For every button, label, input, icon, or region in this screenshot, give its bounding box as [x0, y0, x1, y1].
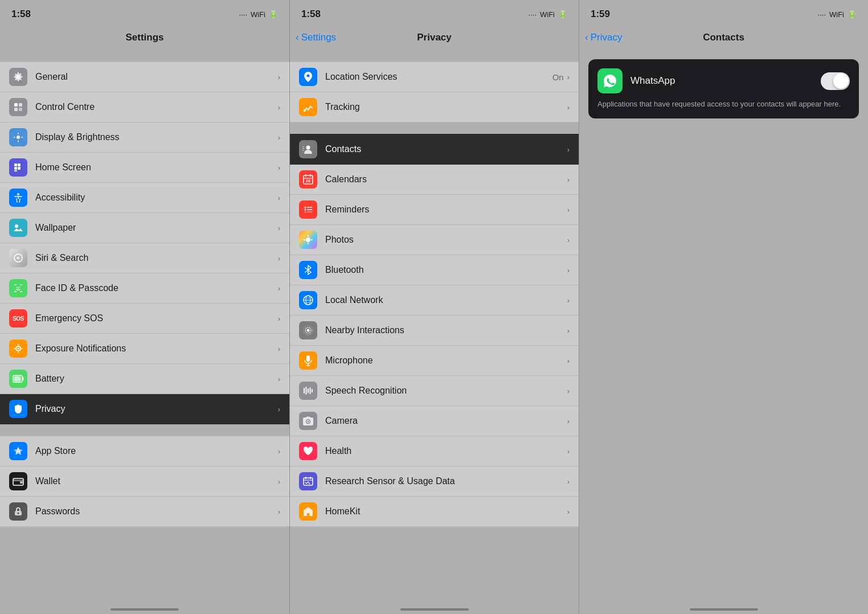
- siri-icon: [9, 249, 27, 267]
- settings-row-homescreen[interactable]: Home Screen ›: [0, 153, 289, 183]
- signal-icon: ····: [239, 10, 247, 19]
- passwords-icon: [9, 502, 27, 521]
- location-label: Location Services: [325, 72, 552, 82]
- display-label: Display & Brightness: [35, 132, 278, 142]
- svg-rect-74: [306, 387, 307, 395]
- panel-settings: 1:58 ···· WiFi 🔋 Settings General ›: [0, 0, 289, 614]
- settings-row-battery[interactable]: Battery ›: [0, 364, 289, 394]
- location-icon: [299, 68, 317, 86]
- control-label: Control Centre: [35, 102, 278, 112]
- settings-row-accessibility[interactable]: Accessibility ›: [0, 183, 289, 213]
- whatsapp-icon: [597, 68, 623, 93]
- wifi-icon-2: WiFi: [540, 10, 555, 19]
- whatsapp-description: Applications that have requested access …: [597, 99, 850, 109]
- calendars-label: Calendars: [325, 174, 567, 185]
- settings-row-control[interactable]: Control Centre ›: [0, 92, 289, 122]
- settings-row-display[interactable]: Display & Brightness ›: [0, 122, 289, 153]
- svg-point-57: [306, 238, 310, 242]
- homescreen-icon: [9, 158, 27, 177]
- privacy-back-button[interactable]: ‹ Settings: [290, 32, 336, 43]
- contacts-back-button[interactable]: ‹ Privacy: [579, 32, 622, 43]
- homekit-label: HomeKit: [325, 506, 567, 517]
- contacts-icon: [299, 140, 317, 158]
- settings-row-general[interactable]: General ›: [0, 62, 289, 92]
- research-label: Research Sensor & Usage Data: [325, 476, 567, 486]
- svg-rect-10: [14, 163, 17, 166]
- privacy-row-nearby[interactable]: Nearby Interactions ›: [290, 316, 579, 346]
- status-time-2: 1:58: [301, 9, 321, 20]
- signal-icon-2: ····: [529, 10, 537, 19]
- homescreen-label: Home Screen: [35, 162, 278, 173]
- privacy-row-photos[interactable]: Photos ›: [290, 225, 579, 255]
- svg-point-39: [18, 513, 19, 514]
- health-icon: [299, 442, 317, 460]
- nearby-icon: [299, 321, 317, 339]
- camera-label: Camera: [325, 416, 567, 426]
- settings-row-wallpaper[interactable]: Wallpaper ›: [0, 213, 289, 243]
- nav-bar-privacy: ‹ Settings Privacy: [290, 25, 579, 50]
- wallet-icon: [9, 472, 27, 490]
- wifi-icon-3: WiFi: [829, 10, 844, 19]
- signal-icon-3: ····: [818, 10, 826, 19]
- privacy-row-health[interactable]: Health ›: [290, 436, 579, 466]
- settings-row-faceid[interactable]: Face ID & Passcode ›: [0, 273, 289, 304]
- svg-rect-4: [19, 108, 22, 111]
- settings-row-passwords[interactable]: Passwords ›: [0, 497, 289, 527]
- svg-rect-44: [302, 148, 304, 149]
- nav-bar-contacts: ‹ Privacy Contacts: [579, 25, 868, 50]
- privacy-row-research[interactable]: Research Sensor & Usage Data ›: [290, 466, 579, 497]
- privacy-row-microphone[interactable]: Microphone ›: [290, 346, 579, 376]
- svg-point-55: [305, 211, 306, 213]
- settings-row-appstore[interactable]: A App Store ›: [0, 436, 289, 466]
- privacy-row-homekit[interactable]: HomeKit ›: [290, 497, 579, 527]
- bluetooth-icon: [299, 261, 317, 279]
- settings-row-privacy[interactable]: Privacy ›: [0, 394, 289, 424]
- general-label: General: [35, 72, 278, 82]
- settings-list: General › Control Centre ›: [0, 62, 289, 424]
- privacy-row-speech[interactable]: Speech Recognition ›: [290, 376, 579, 406]
- battery-icon-3: 🔋: [847, 10, 857, 19]
- settings-row-exposure[interactable]: Exposure Notifications ›: [0, 334, 289, 364]
- settings-row-sos[interactable]: SOS Emergency SOS ›: [0, 304, 289, 334]
- whatsapp-card: WhatsApp Applications that have requeste…: [588, 59, 859, 118]
- reminders-label: Reminders: [325, 204, 567, 215]
- location-value: On: [552, 72, 564, 82]
- svg-rect-45: [302, 150, 304, 151]
- battery-icon: 🔋: [269, 10, 278, 19]
- svg-rect-83: [310, 477, 311, 479]
- privacy-row-camera[interactable]: Camera ›: [290, 406, 579, 436]
- microphone-label: Microphone: [325, 355, 567, 366]
- accessibility-icon: [9, 189, 27, 207]
- svg-rect-37: [20, 481, 23, 484]
- settings-row-wallet[interactable]: Wallet ›: [0, 466, 289, 497]
- settings-row-siri[interactable]: Siri & Search ›: [0, 243, 289, 273]
- svg-point-15: [17, 193, 19, 195]
- bottom-settings-list: A App Store › Wallet ›: [0, 436, 289, 527]
- contacts-back-label: Privacy: [591, 32, 623, 43]
- svg-text:A: A: [16, 447, 21, 455]
- svg-point-16: [15, 224, 18, 228]
- svg-rect-43: [302, 146, 304, 148]
- privacy-row-bluetooth[interactable]: Bluetooth ›: [290, 255, 579, 285]
- whatsapp-toggle[interactable]: [821, 72, 850, 90]
- svg-rect-36: [13, 480, 23, 481]
- passwords-label: Passwords: [35, 506, 278, 517]
- svg-rect-20: [14, 291, 17, 292]
- privacy-row-calendars[interactable]: 28 Calendars ›: [290, 165, 579, 195]
- health-label: Health: [325, 446, 567, 456]
- privacy-row-location[interactable]: Location Services On ›: [290, 62, 579, 92]
- svg-rect-1: [14, 103, 18, 107]
- status-icons-3: ···· WiFi 🔋: [818, 10, 857, 19]
- siri-label: Siri & Search: [35, 253, 278, 263]
- privacy-row-localnet[interactable]: Local Network ›: [290, 285, 579, 316]
- privacy-row-reminders[interactable]: Reminders ›: [290, 195, 579, 225]
- privacy-row-tracking[interactable]: Tracking ›: [290, 92, 579, 122]
- svg-point-53: [305, 209, 306, 211]
- whatsapp-row: WhatsApp: [597, 68, 850, 93]
- svg-rect-19: [20, 284, 22, 285]
- scroll-indicator-3: [690, 608, 758, 611]
- battery-label: Battery: [35, 374, 278, 384]
- battery-icon-row: [9, 370, 27, 388]
- privacy-row-contacts[interactable]: Contacts ›: [290, 134, 579, 165]
- nearby-label: Nearby Interactions: [325, 325, 567, 335]
